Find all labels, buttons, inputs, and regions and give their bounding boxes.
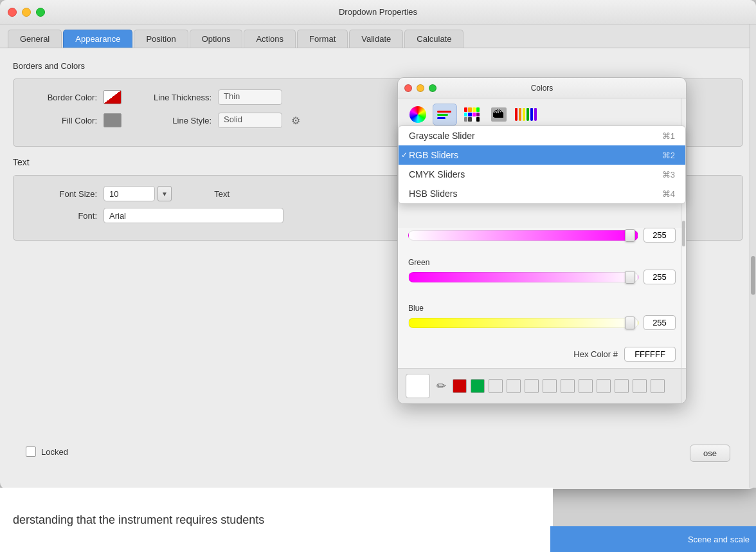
blue-slider-section: Blue xyxy=(398,297,686,343)
sliders-icon xyxy=(437,111,453,119)
line-style-label: Line Style: xyxy=(128,116,212,125)
fill-color-label: Fill Color: xyxy=(26,116,97,125)
minimize-button[interactable] xyxy=(22,8,31,17)
tab-bar: General Appearance Position Options Acti… xyxy=(0,24,756,48)
tab-format[interactable]: Format xyxy=(297,30,348,48)
tab-options[interactable]: Options xyxy=(190,30,243,48)
image-picker-button[interactable]: 🏔 xyxy=(487,104,511,125)
font-size-dropdown[interactable]: ▼ xyxy=(158,186,172,201)
fill-color-swatch[interactable] xyxy=(104,113,122,127)
hex-label: Hex Color # xyxy=(573,349,618,359)
swatch-green[interactable] xyxy=(471,379,485,393)
crayons-button[interactable] xyxy=(514,104,538,125)
swatches-area: ✏ xyxy=(398,368,686,403)
locked-checkbox[interactable] xyxy=(26,446,36,457)
rgb-label: RGB Sliders xyxy=(409,150,458,160)
red-slider-track[interactable] xyxy=(408,230,638,241)
font-size-input[interactable] xyxy=(104,186,155,201)
hex-input[interactable] xyxy=(624,347,676,362)
color-mode-dropdown: Grayscale Slider ⌘1 ✓ RGB Sliders ⌘2 CMY… xyxy=(398,125,686,204)
hsb-sliders-option[interactable]: HSB Sliders ⌘4 xyxy=(399,184,685,203)
hsb-label: HSB Sliders xyxy=(409,189,457,199)
cmyk-label: CMYK Sliders xyxy=(409,169,465,179)
green-slider-track[interactable] xyxy=(408,272,638,282)
color-wheel-button[interactable] xyxy=(406,104,430,125)
swatch-empty-8[interactable] xyxy=(615,379,629,393)
swatch-red[interactable] xyxy=(453,379,467,393)
cmyk-sliders-option[interactable]: CMYK Sliders ⌘3 xyxy=(399,165,685,184)
eyedropper-icon: ✏ xyxy=(437,380,446,392)
swatch-empty-4[interactable] xyxy=(543,379,557,393)
rgb-sliders-option[interactable]: ✓ RGB Sliders ⌘2 xyxy=(399,145,685,165)
popup-titlebar: Colors xyxy=(398,78,686,98)
current-color-swatch[interactable] xyxy=(406,374,430,398)
color-grid-button[interactable] xyxy=(460,104,484,125)
tab-general[interactable]: General xyxy=(8,30,62,48)
blue-bar: Scene and scale xyxy=(550,526,756,552)
grayscale-slider-option[interactable]: Grayscale Slider ⌘1 xyxy=(399,126,685,145)
swatch-empty-3[interactable] xyxy=(525,379,539,393)
swatch-empty-1[interactable] xyxy=(489,379,503,393)
close-dialog-button[interactable]: ose xyxy=(690,445,730,462)
scrollbar-thumb[interactable] xyxy=(751,256,755,295)
hex-row: Hex Color # xyxy=(398,343,686,368)
grayscale-label: Grayscale Slider xyxy=(409,131,475,141)
blue-slider-track[interactable] xyxy=(408,318,638,328)
cmyk-shortcut: ⌘3 xyxy=(662,170,675,179)
bottom-text-content: derstanding that the instrument requires… xyxy=(13,513,264,527)
sliders-button[interactable] xyxy=(433,104,457,125)
swatch-empty-7[interactable] xyxy=(597,379,611,393)
red-slider-section xyxy=(398,228,686,252)
font-size-label: Font Size: xyxy=(26,189,97,199)
red-value-input[interactable] xyxy=(644,228,676,243)
blue-value-input[interactable] xyxy=(644,315,676,330)
eyedropper-button[interactable]: ✏ xyxy=(434,376,449,396)
popup-scrollbar-thumb[interactable] xyxy=(682,221,685,246)
green-value-input[interactable] xyxy=(644,270,676,284)
maximize-button[interactable] xyxy=(36,8,45,17)
red-slider-thumb[interactable] xyxy=(625,229,635,242)
font-input[interactable] xyxy=(104,208,284,223)
window-title: Dropdown Properties xyxy=(339,7,417,17)
blue-bar-text: Scene and scale xyxy=(688,535,750,544)
popup-max-button[interactable] xyxy=(429,84,437,92)
tab-validate[interactable]: Validate xyxy=(349,30,403,48)
locked-label: Locked xyxy=(41,447,68,457)
line-thickness-input[interactable]: Thin xyxy=(218,89,282,105)
swatch-empty-6[interactable] xyxy=(579,379,593,393)
border-color-label: Border Color: xyxy=(26,93,97,102)
checkmark-rgb: ✓ xyxy=(401,151,408,160)
swatch-empty-10[interactable] xyxy=(651,379,665,393)
green-slider-thumb[interactable] xyxy=(625,271,635,284)
colors-popup: Colors xyxy=(397,77,687,404)
crayons-icon xyxy=(515,108,537,121)
close-button[interactable] xyxy=(8,8,17,17)
tab-actions[interactable]: Actions xyxy=(244,30,296,48)
line-thickness-label: Line Thickness: xyxy=(128,93,212,102)
grid-icon xyxy=(464,107,480,122)
popup-close-button[interactable] xyxy=(404,84,412,92)
grayscale-shortcut: ⌘1 xyxy=(662,131,675,141)
rgb-shortcut: ⌘2 xyxy=(662,151,675,160)
blue-slider-thumb[interactable] xyxy=(625,317,635,329)
tab-position[interactable]: Position xyxy=(134,30,188,48)
tab-calculate[interactable]: Calculate xyxy=(404,30,464,48)
line-style-input[interactable]: Solid xyxy=(218,113,282,128)
swatch-empty-2[interactable] xyxy=(507,379,521,393)
vertical-scrollbar[interactable] xyxy=(750,24,756,488)
font-label: Font: xyxy=(26,211,97,221)
popup-title: Colors xyxy=(531,84,554,93)
swatch-empty-9[interactable] xyxy=(633,379,647,393)
sliders-container: Green Blue xyxy=(398,228,686,368)
borders-section-title: Borders and Colors xyxy=(13,61,743,71)
border-color-swatch[interactable] xyxy=(104,90,122,104)
gear-button[interactable]: ⚙ xyxy=(291,115,300,127)
tab-appearance[interactable]: Appearance xyxy=(63,30,132,48)
hsb-shortcut: ⌘4 xyxy=(662,189,675,199)
popup-titlebar-buttons xyxy=(404,84,437,92)
text-color-label: Text xyxy=(191,189,230,199)
swatch-empty-5[interactable] xyxy=(561,379,575,393)
titlebar-buttons xyxy=(8,8,45,17)
popup-min-button[interactable] xyxy=(417,84,424,92)
green-label: Green xyxy=(408,258,676,267)
